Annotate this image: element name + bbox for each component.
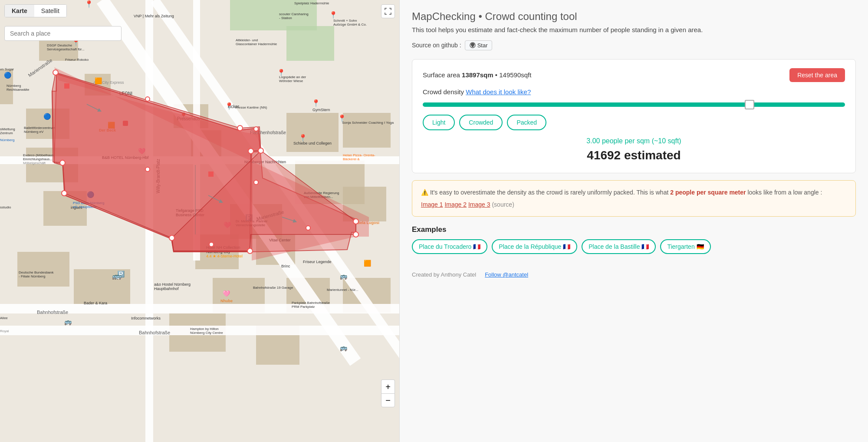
map-pin-pink1: 🩷	[138, 148, 145, 155]
surface-row: Surface area 13897sqm • 149590sqft Reset…	[423, 68, 845, 82]
example-tiergarten-button[interactable]: Tiergarten 🇩🇪	[660, 239, 710, 254]
zoom-in-button[interactable]: +	[381, 379, 395, 393]
place-aeo: a&o Hostel NürnbergHauptbahnhof	[154, 282, 191, 291]
street-label-bahnhofstr-2: Bahnhofstraße	[139, 330, 170, 335]
map-pin-bus3: 🚌	[340, 273, 347, 280]
map-pin-psd: 🔵	[87, 191, 94, 198]
panel-subtitle: This tool helps you estimate and fact-ch…	[412, 25, 856, 35]
map-zoom-controls: + −	[381, 379, 395, 407]
place-scouter: scouter Carsharing- Station	[279, 12, 309, 20]
place-altkleider: Altkleider- undGlascontainer Hadermühle	[236, 38, 277, 46]
place-helan: Helan Pizza- Orenta-Bäckerei &	[343, 153, 375, 161]
place-garage: Bahnhofstraße 19 Garage	[253, 286, 293, 290]
place-evdeco: Evdeco (Möbelhaus)Einrichtungshaus...Möb…	[23, 153, 55, 165]
place-leoni: LEONI	[119, 91, 132, 96]
crowded-button[interactable]: Crowded	[459, 115, 503, 130]
examples-title: Examples	[412, 225, 856, 234]
surface-sqm: 13897sqm	[462, 71, 493, 79]
place-friseur: Friseur Legende	[303, 260, 332, 264]
packed-button[interactable]: Packed	[507, 115, 546, 130]
place-schmitt: Schmitt + SohnAufzüge GmbH & Co.	[333, 19, 367, 26]
warning-icon: ⚠️	[421, 189, 428, 196]
fullscreen-button[interactable]	[381, 4, 395, 18]
place-tiefgarage: Tiefgarage PSDBusiness Center	[176, 208, 204, 217]
density-link[interactable]: What does it look like?	[466, 88, 531, 96]
tab-karte[interactable]: Karte	[5, 5, 34, 17]
place-brinc: Brinc	[281, 264, 290, 268]
github-star-button[interactable]: Star	[465, 40, 493, 50]
place-vnp: VNP | Mehr als Zeitung	[134, 14, 174, 18]
warning-text-3: looks like from a low angle :	[747, 189, 822, 196]
map-pin-schiebe: 📍	[299, 134, 307, 142]
tab-satellit[interactable]: Satellit	[34, 5, 66, 17]
warning-image1-link[interactable]: Image 1	[421, 201, 443, 208]
slider-container	[423, 101, 845, 109]
search-input[interactable]	[4, 26, 122, 41]
warning-links-row: Image 1 Image 2 Image 3 (source)	[421, 200, 847, 209]
map-pin-pink2: 🩷	[224, 221, 231, 228]
surface-dot: •	[495, 71, 499, 79]
map-section: Karte Satellit Marienstraße Marienstraße…	[0, 0, 399, 442]
map-building	[17, 252, 69, 287]
map-pin-orange1: 🟧	[95, 77, 102, 84]
place-bb-hotel: B&B HOTEL Nürnberg-Hbf	[102, 155, 148, 160]
map-pin-gym: 📍	[312, 99, 320, 107]
place-nurnberg-rechts: NürnbergRechtsanwälte	[7, 84, 29, 92]
place-aussenstelle: Außenstelle Regierungvon Mittelfranken..…	[304, 191, 339, 199]
surface-text: Surface area	[423, 71, 460, 79]
place-nuernberger-nachrichten: Nürnberger Nachrichten	[244, 160, 286, 164]
density-label-text: Crowd density	[423, 88, 464, 96]
place-friseur-rokoko: Friseur Rokoko	[65, 58, 89, 62]
zoom-out-button[interactable]: −	[381, 393, 395, 407]
place-vn-sugar: vn Sugar	[0, 67, 14, 71]
title-mapchecking: MapChecking	[412, 10, 476, 22]
place-psd: PSD Bank NürnbergeG, Hauptstelle	[73, 201, 104, 209]
example-republique-button[interactable]: Place de la République 🇫🇷	[492, 239, 577, 254]
github-row: Source on github : Star	[412, 40, 856, 50]
footer-created: Created by Anthony Catel	[412, 271, 476, 278]
github-label: Source on github :	[412, 42, 461, 49]
surface-card: Surface area 13897sqm • 149590sqft Reset…	[412, 59, 856, 173]
map-pin-sonja: 📍	[338, 114, 346, 122]
place-ballett: BallettförderzentrumNürnberg eV	[24, 126, 55, 134]
place-parkplatz: Parkplatz BahnhofstraßePRM Parkplatz	[292, 301, 330, 309]
place-hampton: Hampton by HiltonNürnberg City Centre	[190, 327, 223, 335]
warning-card: ⚠️ It's easy to overestimate the density…	[412, 180, 856, 217]
place-nurnberg-2: Nürnberg	[0, 138, 14, 142]
warning-source: (source)	[492, 201, 514, 208]
map-pin-blue2: 🔵	[43, 113, 51, 120]
warning-text-1: It's easy to overestimate the density as…	[430, 189, 668, 196]
example-trocadero-button[interactable]: Place du Trocadero 🇫🇷	[412, 239, 487, 254]
street-label-willy-brandt: Willy-Brandt-Platz	[156, 159, 161, 193]
light-button[interactable]: Light	[423, 115, 455, 130]
density-slider[interactable]	[423, 102, 845, 107]
warning-image2-link[interactable]: Image 2	[444, 201, 467, 208]
place-hotel-nh: Hotel NH CollectionNürnberg City4.4 ★ 4-…	[206, 245, 243, 258]
title-row: MapChecking • Crowd counting tool	[412, 10, 856, 23]
warning-image3-link[interactable]: Image 3	[468, 201, 490, 208]
map-pin-pressehaus: 📍	[179, 112, 188, 120]
map-building	[26, 148, 78, 182]
map-pin-kicker: 📍	[225, 102, 233, 110]
map-park	[286, 26, 334, 61]
street-label-bahnhofstr-1: Bahnhofstraße	[37, 310, 68, 315]
map-pin-nhube: 🩷	[223, 290, 230, 297]
map-building	[343, 113, 391, 148]
place-royal: Royal	[0, 329, 9, 333]
reset-area-button[interactable]: Reset the area	[789, 68, 845, 82]
map-building	[343, 187, 386, 221]
surface-label: Surface area 13897sqm • 149590sqft	[423, 71, 531, 79]
map-pin-der-beck: 🟧	[108, 122, 115, 129]
density-buttons: Light Crowded Packed	[423, 115, 845, 130]
density-label-row: Crowd density What does it look like?	[423, 88, 845, 96]
map-pin-blue1: 🔵	[4, 72, 11, 79]
warning-text: ⚠️ It's easy to overestimate the density…	[421, 188, 847, 197]
place-bader: Bader & Kara	[84, 301, 107, 305]
search-container	[4, 26, 122, 41]
examples-section: Examples Place du Trocadero 🇫🇷 Place de …	[412, 225, 856, 254]
footer-follow-link[interactable]: Follow @antcatel	[485, 271, 528, 278]
map-pin-bus1: 🚌	[64, 318, 72, 325]
panel-section: MapChecking • Crowd counting tool This t…	[399, 0, 868, 442]
example-bastille-button[interactable]: Place de la Bastille 🇫🇷	[582, 239, 656, 254]
map-pin-parking2: 🚌	[340, 344, 347, 351]
